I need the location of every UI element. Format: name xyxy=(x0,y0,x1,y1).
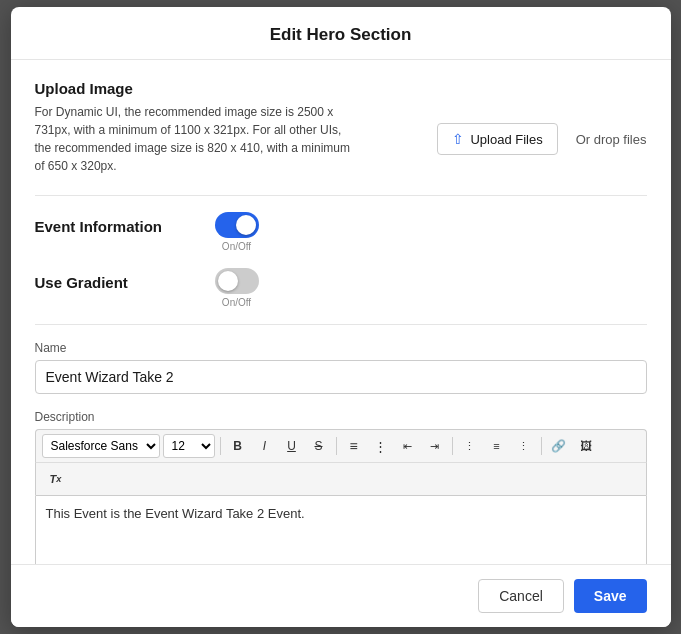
upload-section: Upload Image For Dynamic UI, the recomme… xyxy=(35,80,647,175)
link-button[interactable]: 🔗 xyxy=(547,434,571,458)
description-editor[interactable]: This Event is the Event Wizard Take 2 Ev… xyxy=(35,495,647,564)
upload-right-controls: ⇧ Upload Files Or drop files xyxy=(437,123,646,155)
divider-1 xyxy=(35,195,647,196)
upload-heading: Upload Image xyxy=(35,80,647,97)
use-gradient-toggle[interactable] xyxy=(215,268,259,294)
event-info-onoff: On/Off xyxy=(222,241,251,252)
gradient-onoff: On/Off xyxy=(222,297,251,308)
use-gradient-label: Use Gradient xyxy=(35,268,215,291)
event-information-toggle-col: On/Off xyxy=(215,212,259,252)
event-information-row: Event Information On/Off xyxy=(35,212,647,252)
upload-files-button[interactable]: ⇧ Upload Files xyxy=(437,123,557,155)
modal-body: Upload Image For Dynamic UI, the recomme… xyxy=(11,60,671,564)
align-right-button[interactable]: ⋮ xyxy=(512,434,536,458)
underline-button[interactable]: U xyxy=(280,434,304,458)
align-center-button[interactable]: ≡ xyxy=(485,434,509,458)
modal-title: Edit Hero Section xyxy=(35,25,647,45)
description-section: Description Salesforce Sans 12 B I U S ≡ xyxy=(35,410,647,564)
save-button[interactable]: Save xyxy=(574,579,647,613)
modal-footer: Cancel Save xyxy=(11,564,671,627)
upload-content-row: For Dynamic UI, the recommended image si… xyxy=(35,103,647,175)
toolbar-row-2: Tx xyxy=(35,462,647,495)
modal-overlay: Edit Hero Section Upload Image For Dynam… xyxy=(0,0,681,634)
image-button[interactable]: 🖼 xyxy=(574,434,598,458)
toolbar-divider-4 xyxy=(541,437,542,455)
font-family-select[interactable]: Salesforce Sans xyxy=(42,434,160,458)
event-info-knob xyxy=(236,215,256,235)
upload-btn-label: Upload Files xyxy=(470,132,542,147)
use-gradient-toggle-col: On/Off xyxy=(215,268,259,308)
cancel-button[interactable]: Cancel xyxy=(478,579,564,613)
drop-files-label: Or drop files xyxy=(576,132,647,147)
clear-format-button[interactable]: Tx xyxy=(42,467,70,491)
divider-2 xyxy=(35,324,647,325)
indent-increase-button[interactable]: ⇥ xyxy=(423,434,447,458)
use-gradient-row: Use Gradient On/Off xyxy=(35,268,647,308)
upload-description: For Dynamic UI, the recommended image si… xyxy=(35,103,355,175)
name-label: Name xyxy=(35,341,647,355)
description-content: This Event is the Event Wizard Take 2 Ev… xyxy=(46,506,305,521)
ordered-list-button[interactable]: ⋮ xyxy=(369,434,393,458)
name-input[interactable] xyxy=(35,360,647,394)
bold-button[interactable]: B xyxy=(226,434,250,458)
name-field-section: Name xyxy=(35,341,647,394)
unordered-list-button[interactable]: ≡ xyxy=(342,434,366,458)
upload-icon: ⇧ xyxy=(452,131,464,147)
strikethrough-button[interactable]: S xyxy=(307,434,331,458)
indent-decrease-button[interactable]: ⇤ xyxy=(396,434,420,458)
modal-header: Edit Hero Section xyxy=(11,7,671,60)
toolbar-divider-1 xyxy=(220,437,221,455)
event-information-label: Event Information xyxy=(35,212,215,235)
modal-container: Edit Hero Section Upload Image For Dynam… xyxy=(11,7,671,627)
toolbar-divider-3 xyxy=(452,437,453,455)
event-information-toggle[interactable] xyxy=(215,212,259,238)
description-toolbar: Salesforce Sans 12 B I U S ≡ ⋮ ⇤ ⇥ xyxy=(35,429,647,462)
description-label: Description xyxy=(35,410,647,424)
font-size-select[interactable]: 12 xyxy=(163,434,215,458)
gradient-knob xyxy=(218,271,238,291)
toolbar-divider-2 xyxy=(336,437,337,455)
italic-button[interactable]: I xyxy=(253,434,277,458)
align-left-button[interactable]: ⋮ xyxy=(458,434,482,458)
